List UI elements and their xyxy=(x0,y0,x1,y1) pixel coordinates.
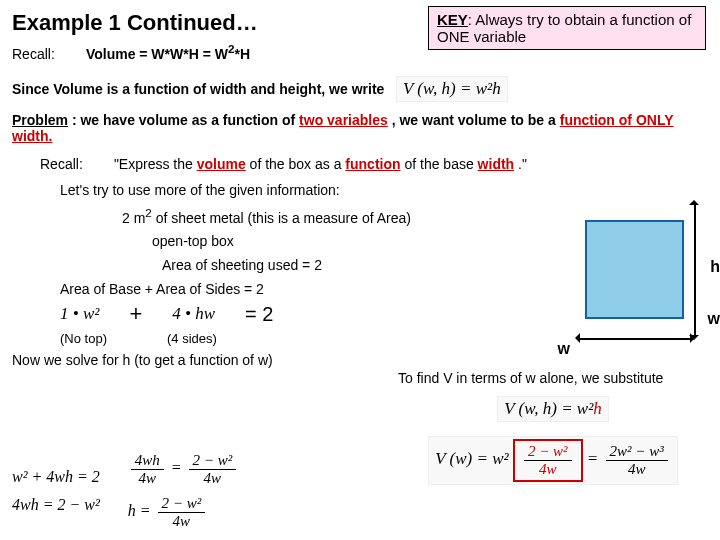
recall2-vol: volume xyxy=(197,156,246,172)
width-arrow xyxy=(580,332,690,346)
key-box: KEY: Always try to obtain a function of … xyxy=(428,6,706,50)
problem-b: two variables xyxy=(299,112,388,128)
four-sides: (4 sides) xyxy=(167,331,217,346)
b3n: 4wh xyxy=(131,452,164,470)
problem-row: Problem : we have volume as a function o… xyxy=(12,112,708,144)
b3rd: 4w xyxy=(189,470,237,487)
since-row: Since Volume is a function of width and … xyxy=(12,76,708,102)
recall2-width: width xyxy=(478,156,515,172)
sheet-b: of sheet metal (this is a measure of Are… xyxy=(152,209,411,225)
key-label: KEY xyxy=(437,11,468,28)
b3rn: 2 − w² xyxy=(189,452,237,470)
bottom-col1: w² + 4wh = 2 4wh = 2 − w² xyxy=(12,468,100,514)
sheet-a: 2 m xyxy=(122,209,145,225)
b3d: 4w xyxy=(131,470,164,487)
v-sub-eq: V (w, h) = w²h xyxy=(497,396,609,422)
eq-h-lhs: h = xyxy=(128,502,151,519)
sub-text: To find V in terms of w alone, we substi… xyxy=(398,370,708,386)
since-text: Since Volume is a function of width and … xyxy=(12,81,384,97)
plus: + xyxy=(129,301,142,327)
problem-a: : we have volume as a function of xyxy=(72,112,299,128)
height-arrow xyxy=(688,205,702,335)
recall-eq: Volume = W*W*H = W xyxy=(86,46,228,62)
recall-label: Recall: xyxy=(12,46,82,62)
hn: 2 − w² xyxy=(158,495,206,513)
equals2: = 2 xyxy=(245,303,273,326)
box-figure xyxy=(585,220,684,319)
eq-b1: w² + 4wh = 2 xyxy=(12,468,100,486)
v-sub-lhs: V (w, h) = w² xyxy=(504,399,593,418)
h-label: h xyxy=(710,258,720,276)
recall2-q3: of the base xyxy=(404,156,477,172)
no-top: (No top) xyxy=(60,331,107,346)
bottom-col2: 4wh4w = 2 − w²4w h = 2 − w²4w xyxy=(128,452,239,530)
problem-c: , we want volume to be a xyxy=(392,112,560,128)
lets-row: Let's try to use more of the given infor… xyxy=(60,182,708,198)
term1: 1 • w² xyxy=(60,304,99,324)
vwh-eq: V (w, h) = w²h xyxy=(396,76,508,102)
recall2-q1: "Express the xyxy=(114,156,197,172)
term2: 4 • hw xyxy=(172,304,215,324)
recall2-func: function xyxy=(345,156,400,172)
bottom-eqs: w² + 4wh = 2 4wh = 2 − w² 4wh4w = 2 − w²… xyxy=(12,452,708,530)
w-label-2: w xyxy=(708,310,720,328)
recall2-label: Recall: xyxy=(40,156,110,172)
recall2-row: Recall: "Express the volume of the box a… xyxy=(40,156,708,172)
w-label: w xyxy=(558,340,570,358)
key-text: : Always try to obtain a function of ONE… xyxy=(437,11,691,45)
recall2-end: ." xyxy=(518,156,527,172)
recall-suffix: *H xyxy=(234,46,250,62)
eq-b2: 4wh = 2 − w² xyxy=(12,496,100,514)
v-sub-h: h xyxy=(593,399,602,418)
solve-h-row: Now we solve for h (to get a function of… xyxy=(12,352,708,368)
problem-label: Problem xyxy=(12,112,68,128)
hd: 4w xyxy=(158,513,206,530)
recall2-q2: of the box as a xyxy=(250,156,346,172)
